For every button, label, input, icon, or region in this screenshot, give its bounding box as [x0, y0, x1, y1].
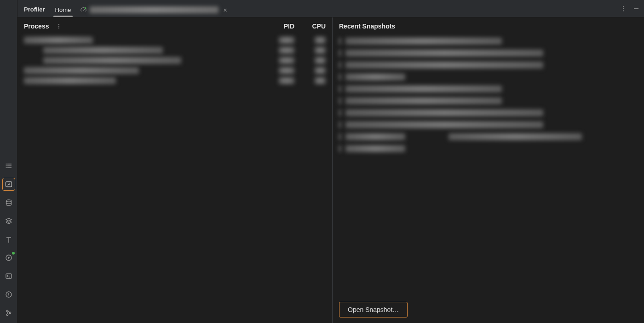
svg-point-22	[623, 11, 624, 11]
snapshot-row[interactable]	[333, 71, 644, 83]
svg-point-26	[58, 28, 59, 28]
more-options-icon[interactable]	[620, 6, 627, 12]
svg-line-18	[84, 9, 85, 11]
process-header: Process PID CPU	[17, 17, 332, 35]
layers-icon[interactable]	[2, 215, 15, 227]
snapshot-list	[333, 35, 644, 154]
svg-point-21	[623, 8, 624, 9]
tab-home[interactable]: Home	[51, 4, 76, 17]
process-row[interactable]	[17, 75, 332, 85]
snapshots-header: Recent Snapshots	[333, 17, 644, 35]
snapshot-row[interactable]	[333, 107, 644, 119]
svg-point-3	[6, 164, 6, 164]
snapshot-row[interactable]	[333, 35, 644, 47]
build-icon[interactable]	[2, 233, 15, 246]
process-row[interactable]	[17, 65, 332, 75]
tool-title: Profiler	[21, 1, 51, 17]
svg-point-8	[6, 200, 11, 202]
problems-icon[interactable]	[2, 288, 15, 301]
svg-point-16	[6, 314, 8, 316]
tab-profile-session[interactable]: ×	[75, 4, 232, 17]
profiler-tabbar: Profiler Home ×	[17, 0, 644, 17]
svg-point-14	[8, 295, 9, 296]
process-row[interactable]	[17, 45, 332, 55]
database-icon[interactable]	[2, 196, 15, 209]
vcs-icon[interactable]	[2, 306, 15, 319]
snapshots-pane: Recent Snapshots Open Snapshot…	[333, 17, 644, 323]
process-row[interactable]	[17, 35, 332, 45]
snapshot-row[interactable]	[333, 119, 644, 130]
snapshot-row[interactable]	[333, 130, 644, 142]
svg-point-24	[58, 24, 59, 25]
snapshot-row[interactable]	[333, 95, 644, 107]
todo-icon[interactable]	[2, 159, 15, 172]
tool-rail	[0, 0, 17, 323]
process-header-label: Process	[24, 23, 49, 30]
main-area: Profiler Home ×	[17, 0, 644, 323]
profiler-icon[interactable]	[2, 178, 15, 191]
process-row[interactable]	[17, 55, 332, 65]
snapshot-row[interactable]	[333, 142, 644, 154]
svg-point-5	[6, 167, 6, 168]
open-snapshot-button[interactable]: Open Snapshot…	[339, 302, 408, 317]
tab-home-label: Home	[55, 6, 71, 13]
redacted-tab-label	[90, 6, 218, 13]
minimize-icon[interactable]	[633, 6, 639, 12]
process-pane: Process PID CPU	[17, 17, 333, 323]
snapshot-row[interactable]	[333, 47, 644, 59]
svg-point-15	[6, 310, 8, 312]
profiler-home-content: Process PID CPU Recent Snapshots Open Sn…	[17, 17, 644, 323]
svg-point-25	[58, 26, 59, 27]
gauge-icon	[80, 6, 87, 13]
svg-point-4	[6, 165, 6, 166]
svg-rect-10	[6, 274, 12, 278]
process-options-icon[interactable]	[56, 23, 62, 29]
close-icon[interactable]: ×	[223, 6, 227, 13]
svg-point-20	[623, 6, 624, 7]
process-list	[17, 35, 332, 85]
svg-point-19	[85, 7, 86, 9]
snapshot-row[interactable]	[333, 59, 644, 71]
snapshot-row[interactable]	[333, 83, 644, 95]
column-cpu[interactable]: CPU	[298, 23, 326, 30]
column-pid[interactable]: PID	[266, 23, 298, 30]
terminal-icon[interactable]	[2, 270, 15, 283]
snapshots-header-label: Recent Snapshots	[339, 23, 395, 30]
services-icon[interactable]	[2, 251, 15, 264]
